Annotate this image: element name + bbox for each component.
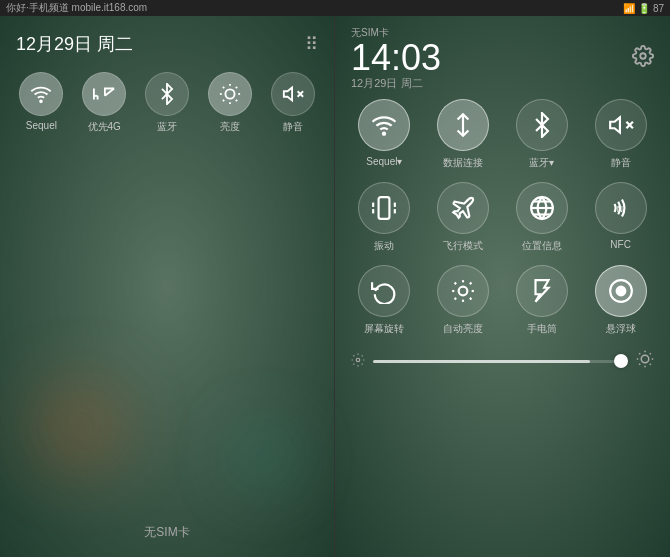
left-date: 12月29日 周二 [16, 32, 133, 56]
svg-point-43 [356, 358, 360, 362]
tg-flashlight-icon [516, 265, 568, 317]
toggle-4g[interactable]: 优先4G [82, 72, 126, 134]
tg-airplane-label: 飞行模式 [443, 239, 483, 253]
tg-data-label: 数据连接 [443, 156, 483, 170]
tg-nfc-icon: N [595, 182, 647, 234]
svg-marker-13 [283, 88, 291, 101]
tg-bt[interactable]: 蓝牙▾ [509, 99, 576, 170]
top-bar: 你好·手机频道 mobile.it168.com 📶 🔋 87 [0, 0, 670, 16]
wifi-icon [19, 72, 63, 116]
tg-flashlight[interactable]: 手电筒 [509, 265, 576, 336]
tg-location-label: 位置信息 [522, 239, 562, 253]
tg-wifi-icon [358, 99, 410, 151]
tg-mute-label: 静音 [611, 156, 631, 170]
toggle-grid-row1: Sequel▾ 数据连接 蓝牙▾ [335, 91, 670, 174]
site-label: 你好·手机频道 mobile.it168.com [6, 1, 147, 15]
tg-nfc-label: NFC [610, 239, 631, 250]
left-toggles: Sequel 优先4G [0, 64, 334, 142]
left-panel: 12月29日 周二 ⠿ Sequel [0, 16, 335, 557]
tg-floatball-label: 悬浮球 [606, 322, 636, 336]
tg-airplane[interactable]: 飞行模式 [430, 182, 497, 253]
tg-location[interactable]: 位置信息 [509, 182, 576, 253]
svg-line-40 [470, 283, 472, 285]
toggle-brightness[interactable]: 亮度 [208, 72, 252, 134]
tg-vibrate[interactable]: 振动 [351, 182, 418, 253]
tg-floatball[interactable]: 悬浮球 [587, 265, 654, 336]
tg-airplane-icon [437, 182, 489, 234]
wifi-label: Sequel [26, 120, 57, 131]
tg-data-icon [437, 99, 489, 151]
mute-label: 静音 [283, 120, 303, 134]
tg-wifi[interactable]: Sequel▾ [351, 99, 418, 170]
brightness-fill [373, 360, 590, 363]
tg-nfc[interactable]: N NFC [587, 182, 654, 253]
svg-marker-19 [610, 117, 620, 132]
toggle-grid-row3: 屏幕旋转 自动亮度 [335, 257, 670, 340]
brightness-min-icon [351, 353, 365, 370]
right-top-left: 无SIM卡 14:03 12月29日 周二 [351, 26, 441, 91]
tg-data[interactable]: 数据连接 [430, 99, 497, 170]
svg-rect-22 [379, 197, 390, 219]
tg-bt-label: 蓝牙▾ [529, 156, 554, 170]
tg-mute[interactable]: 静音 [587, 99, 654, 170]
svg-line-39 [455, 298, 457, 300]
brightness-icon [208, 72, 252, 116]
svg-point-4 [225, 89, 234, 98]
svg-point-17 [383, 133, 385, 135]
svg-line-50 [353, 363, 354, 364]
grid-icon[interactable]: ⠿ [305, 33, 318, 55]
svg-line-12 [236, 87, 237, 88]
svg-line-8 [236, 100, 237, 101]
svg-line-11 [223, 100, 224, 101]
svg-line-60 [650, 353, 651, 354]
4g-icon [82, 72, 126, 116]
toggle-wifi[interactable]: Sequel [19, 72, 63, 134]
brightness-max-icon [636, 350, 654, 372]
toggle-bt[interactable]: 蓝牙 [145, 72, 189, 134]
battery-label: 📶 🔋 87 [623, 3, 664, 14]
bg-blob2 [224, 417, 304, 497]
tg-bt-icon [516, 99, 568, 151]
bt-label: 蓝牙 [157, 120, 177, 134]
tg-rotate-label: 屏幕旋转 [364, 322, 404, 336]
svg-point-32 [459, 287, 468, 296]
tg-mute-icon [595, 99, 647, 151]
tg-rotate-icon [358, 265, 410, 317]
main-content: 12月29日 周二 ⠿ Sequel [0, 16, 670, 557]
tg-wifi-label: Sequel▾ [366, 156, 402, 167]
svg-point-16 [640, 53, 646, 59]
toggle-grid-row2: 振动 飞行模式 [335, 174, 670, 257]
svg-line-59 [639, 364, 640, 365]
tg-flashlight-label: 手电筒 [527, 322, 557, 336]
4g-label: 优先4G [88, 120, 121, 134]
right-top-row: 无SIM卡 14:03 12月29日 周二 [335, 16, 670, 91]
bt-icon [145, 72, 189, 116]
tg-floatball-icon [595, 265, 647, 317]
tg-location-icon [516, 182, 568, 234]
tg-auto-brightness[interactable]: 自动亮度 [430, 265, 497, 336]
svg-point-52 [641, 355, 649, 363]
settings-icon[interactable] [632, 45, 654, 72]
svg-line-46 [353, 355, 354, 356]
svg-line-36 [470, 298, 472, 300]
svg-line-56 [650, 364, 651, 365]
svg-line-55 [639, 353, 640, 354]
svg-point-42 [616, 287, 625, 296]
tg-rotate[interactable]: 屏幕旋转 [351, 265, 418, 336]
left-header: 12月29日 周二 ⠿ [0, 16, 334, 64]
svg-line-47 [362, 363, 363, 364]
tg-vibrate-icon [358, 182, 410, 234]
brightness-slider[interactable] [373, 360, 628, 363]
svg-line-7 [223, 87, 224, 88]
right-date: 12月29日 周二 [351, 76, 441, 91]
mute-icon [271, 72, 315, 116]
left-nosim: 无SIM卡 [144, 524, 189, 541]
tg-auto-brightness-label: 自动亮度 [443, 322, 483, 336]
toggle-mute[interactable]: 静音 [271, 72, 315, 134]
bg-blob1 [30, 377, 130, 477]
right-time: 14:03 [351, 40, 441, 76]
svg-point-0 [40, 100, 42, 102]
svg-line-51 [362, 355, 363, 356]
brightness-thumb [614, 354, 628, 368]
svg-text:N: N [616, 204, 622, 214]
